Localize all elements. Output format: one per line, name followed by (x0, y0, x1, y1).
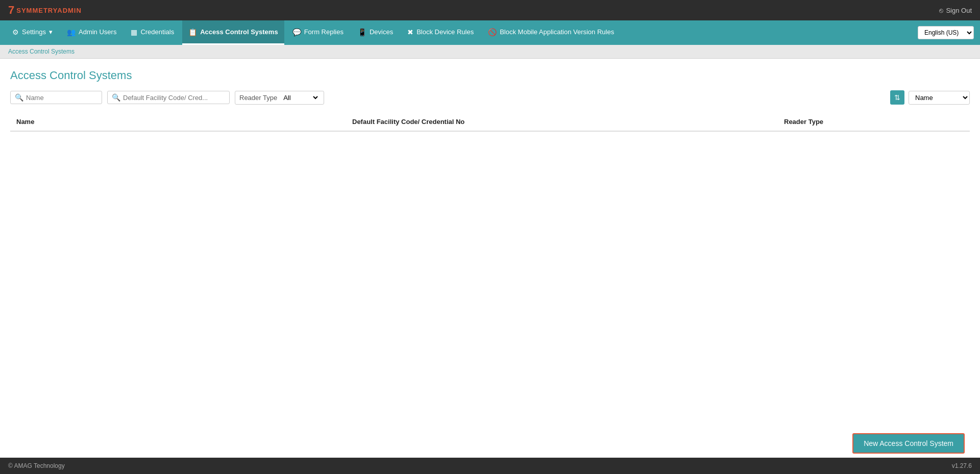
table-header: Name Default Facility Code/ Credential N… (10, 113, 970, 131)
nav-label-settings: Settings (22, 28, 46, 36)
main-content: Access Control Systems 🔍 🔍 Reader Type A… (0, 59, 980, 458)
devices-icon: 📱 (358, 28, 366, 36)
block-mobile-icon: 🚫 (488, 28, 497, 36)
footer-version: v1.27.6 (952, 462, 972, 469)
nav-bar: ⚙ Settings ▾ 👥 Admin Users ▦ Credentials… (0, 20, 980, 45)
access-control-icon: 📋 (188, 28, 197, 36)
data-table: Name Default Facility Code/ Credential N… (10, 113, 970, 132)
settings-icon: ⚙ (12, 28, 19, 36)
chevron-down-icon: ▾ (49, 28, 53, 36)
nav-item-block-mobile-rules[interactable]: 🚫 Block Mobile Application Version Rules (482, 20, 620, 45)
sign-out-button[interactable]: ⎋ Sign Out (939, 7, 972, 14)
nav-label-access-control: Access Control Systems (200, 28, 278, 36)
sort-select[interactable]: Name Date Created Date Modified (909, 91, 970, 105)
facility-search-box: 🔍 (107, 91, 230, 104)
reader-type-select[interactable]: All Standard Biometric Mobile (281, 93, 320, 102)
nav-items: ⚙ Settings ▾ 👥 Admin Users ▦ Credentials… (6, 20, 620, 45)
nav-label-admin-users: Admin Users (79, 28, 116, 36)
name-search-icon[interactable]: 🔍 (15, 93, 23, 102)
nav-item-admin-users[interactable]: 👥 Admin Users (61, 20, 122, 45)
new-access-control-button[interactable]: New Access Control System (852, 433, 965, 454)
sort-icon[interactable]: ⇅ (890, 90, 904, 105)
filter-row: 🔍 🔍 Reader Type All Standard Biometric M… (10, 90, 970, 105)
facility-search-input[interactable] (123, 94, 225, 102)
logo: 7 SYMMETRYADMIN (8, 5, 82, 16)
nav-label-devices: Devices (370, 28, 393, 36)
logo-icon: 7 (8, 5, 14, 16)
col-header-reader-type: Reader Type (778, 113, 970, 131)
name-search-input[interactable] (26, 94, 97, 102)
table-header-row: Name Default Facility Code/ Credential N… (10, 113, 970, 131)
language-select[interactable]: English (US) French Spanish German (918, 26, 974, 39)
name-search-box: 🔍 (10, 91, 102, 104)
nav-item-devices[interactable]: 📱 Devices (352, 20, 399, 45)
reader-type-filter: Reader Type All Standard Biometric Mobil… (235, 91, 324, 105)
block-device-icon: ✖ (407, 28, 413, 36)
nav-label-form-replies: Form Replies (304, 28, 344, 36)
credentials-icon: ▦ (131, 28, 137, 36)
nav-item-block-device-rules[interactable]: ✖ Block Device Rules (401, 20, 480, 45)
nav-label-block-mobile-rules: Block Mobile Application Version Rules (500, 28, 614, 36)
breadcrumb: Access Control Systems (0, 45, 980, 59)
logo-text: SYMMETRYADMIN (16, 7, 82, 14)
nav-label-block-device-rules: Block Device Rules (416, 28, 474, 36)
form-replies-icon: 💬 (292, 28, 301, 36)
facility-search-icon[interactable]: 🔍 (112, 93, 120, 102)
admin-users-icon: 👥 (67, 28, 76, 36)
sign-out-label: Sign Out (946, 7, 972, 14)
nav-item-access-control[interactable]: 📋 Access Control Systems (182, 20, 284, 45)
footer-copyright: © AMAG Technology (8, 462, 65, 469)
page-title: Access Control Systems (10, 69, 970, 82)
sign-out-icon: ⎋ (939, 7, 943, 14)
sort-section: ⇅ Name Date Created Date Modified (890, 90, 970, 105)
nav-item-form-replies[interactable]: 💬 Form Replies (286, 20, 350, 45)
col-header-facility: Default Facility Code/ Credential No (346, 113, 778, 131)
breadcrumb-link-access-control[interactable]: Access Control Systems (8, 48, 75, 55)
reader-type-label: Reader Type (239, 94, 277, 102)
col-header-name: Name (10, 113, 346, 131)
nav-item-credentials[interactable]: ▦ Credentials (125, 20, 180, 45)
top-bar: 7 SYMMETRYADMIN ⎋ Sign Out (0, 0, 980, 20)
nav-item-settings[interactable]: ⚙ Settings ▾ (6, 20, 59, 45)
footer: © AMAG Technology v1.27.6 (0, 458, 980, 474)
nav-label-credentials: Credentials (140, 28, 174, 36)
